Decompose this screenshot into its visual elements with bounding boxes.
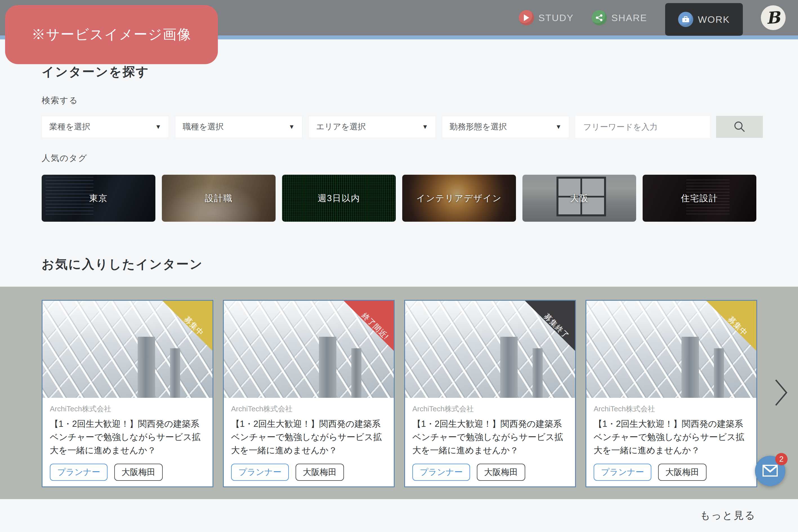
photo-pillar xyxy=(533,348,543,398)
favorites-title: お気に入りしたインターン xyxy=(42,256,757,272)
status-ribbon: 募集中 xyxy=(706,301,756,351)
service-image-badge: ※サービスイメージ画像 xyxy=(5,5,218,64)
area-select-value: エリアを選択 xyxy=(316,121,366,133)
internship-photo: 募集中 xyxy=(42,301,212,398)
company-name: ArchiTech株式会社 xyxy=(50,404,205,414)
workstyle-select[interactable]: 勤務形態を選択 ▼ xyxy=(442,116,569,138)
tag-tile-label: 大阪 xyxy=(570,192,589,204)
chat-button[interactable]: 2 xyxy=(755,456,785,486)
search-button[interactable] xyxy=(716,116,763,138)
service-image-badge-label: ※サービスイメージ画像 xyxy=(32,25,191,44)
popular-tags-row: 東京 設計職 週3日以内 インテリアデザイン 大阪 住宅設計 xyxy=(42,175,757,222)
internship-card[interactable]: 募集中 ArchiTech株式会社 【1・2回生大歓迎！】関西発の建築系ベンチャ… xyxy=(42,300,214,487)
company-name: ArchiTech株式会社 xyxy=(231,404,387,414)
favorites-band: 募集中 ArchiTech株式会社 【1・2回生大歓迎！】関西発の建築系ベンチャ… xyxy=(0,287,798,499)
see-more-link[interactable]: もっと見る xyxy=(700,509,756,532)
keyword-field-wrap xyxy=(575,116,710,138)
card-tags: プランナー 大阪梅田 xyxy=(594,464,749,481)
photo-pillar xyxy=(714,348,724,398)
nav-label: SHARE xyxy=(611,12,647,23)
tag-tile-osaka[interactable]: 大阪 xyxy=(522,175,636,222)
tag-tile-interior[interactable]: インテリアデザイン xyxy=(402,175,516,222)
card-body: ArchiTech株式会社 【1・2回生大歓迎！】関西発の建築系ベンチャーで勉強… xyxy=(42,398,212,488)
briefcase-icon xyxy=(678,12,693,27)
photo-pillar xyxy=(170,348,180,398)
logo-button[interactable]: B xyxy=(761,5,786,30)
next-cards-button[interactable] xyxy=(772,376,791,410)
keyword-input[interactable] xyxy=(575,116,710,138)
internship-photo: 募集終了 xyxy=(405,301,575,398)
card-body: ArchiTech株式会社 【1・2回生大歓迎！】関西発の建築系ベンチャーで勉強… xyxy=(405,398,575,488)
tag-pill-planner[interactable]: プランナー xyxy=(594,464,651,481)
nav-label: WORK xyxy=(698,14,730,25)
internship-title: 【1・2回生大歓迎！】関西発の建築系ベンチャーで勉強しながらサービス拡大を一緒に… xyxy=(594,417,749,457)
tag-tile-label: 東京 xyxy=(89,192,108,204)
photo-pillar xyxy=(351,348,361,398)
status-ribbon: 募集中 xyxy=(162,301,212,351)
dropdown-arrow-icon: ▼ xyxy=(422,123,428,131)
popular-tags-label: 人気のタグ xyxy=(42,152,757,164)
card-tags: プランナー 大阪梅田 xyxy=(412,464,568,481)
company-name: ArchiTech株式会社 xyxy=(412,404,568,414)
status-ribbon: 終了間近! xyxy=(344,301,394,351)
industry-select[interactable]: 業種を選択 ▼ xyxy=(42,116,169,138)
notification-badge: 2 xyxy=(775,453,787,465)
internship-title: 【1・2回生大歓迎！】関西発の建築系ベンチャーで勉強しながらサービス拡大を一緒に… xyxy=(231,417,387,457)
card-list: 募集中 ArchiTech株式会社 【1・2回生大歓迎！】関西発の建築系ベンチャ… xyxy=(42,300,798,487)
tag-tile-tokyo[interactable]: 東京 xyxy=(42,175,155,222)
company-name: ArchiTech株式会社 xyxy=(594,404,749,414)
main-content: インターンを探す 検索する 業種を選択 ▼ 職種を選択 ▼ エリアを選択 ▼ 勤… xyxy=(0,63,798,287)
nav-item-work[interactable]: WORK xyxy=(665,3,743,36)
internship-photo: 募集中 xyxy=(586,301,756,398)
page-title: インターンを探す xyxy=(42,63,757,80)
page: STUDY SHARE xyxy=(0,0,798,532)
tag-pill-location[interactable]: 大阪梅田 xyxy=(296,464,344,481)
tag-tile-3days[interactable]: 週3日以内 xyxy=(282,175,396,222)
dropdown-arrow-icon: ▼ xyxy=(289,123,295,131)
logo-mark: B xyxy=(766,7,781,27)
tag-tile-housing[interactable]: 住宅設計 xyxy=(643,175,756,222)
card-body: ArchiTech株式会社 【1・2回生大歓迎！】関西発の建築系ベンチャーで勉強… xyxy=(586,398,756,488)
search-icon xyxy=(733,120,746,134)
internship-title: 【1・2回生大歓迎！】関西発の建築系ベンチャーで勉強しながらサービス拡大を一緒に… xyxy=(50,417,205,457)
card-tags: プランナー 大阪梅田 xyxy=(50,464,205,481)
tag-pill-planner[interactable]: プランナー xyxy=(412,464,470,481)
main-nav: STUDY SHARE xyxy=(519,0,786,35)
footer-strip: もっと見る xyxy=(0,499,798,532)
photo-pillar xyxy=(500,337,518,398)
jobtype-select[interactable]: 職種を選択 ▼ xyxy=(175,116,302,138)
tag-tile-design-job[interactable]: 設計職 xyxy=(162,175,276,222)
tag-pill-planner[interactable]: プランナー xyxy=(231,464,289,481)
card-tags: プランナー 大阪梅田 xyxy=(231,464,387,481)
workstyle-select-value: 勤務形態を選択 xyxy=(449,121,507,133)
photo-pillar xyxy=(682,337,699,398)
nav-item-share[interactable]: SHARE xyxy=(592,10,647,25)
status-ribbon: 募集終了 xyxy=(525,301,575,351)
dropdown-arrow-icon: ▼ xyxy=(555,123,561,131)
tag-pill-location[interactable]: 大阪梅田 xyxy=(114,464,163,481)
area-select[interactable]: エリアを選択 ▼ xyxy=(309,116,436,138)
search-filters: 業種を選択 ▼ 職種を選択 ▼ エリアを選択 ▼ 勤務形態を選択 ▼ xyxy=(42,116,757,138)
card-body: ArchiTech株式会社 【1・2回生大歓迎！】関西発の建築系ベンチャーで勉強… xyxy=(224,398,394,488)
photo-pillar xyxy=(319,337,336,398)
status-ribbon-label: 募集終了 xyxy=(527,301,575,356)
status-ribbon-label: 終了間近! xyxy=(346,301,394,356)
tag-pill-location[interactable]: 大阪梅田 xyxy=(477,464,525,481)
tag-pill-planner[interactable]: プランナー xyxy=(50,464,108,481)
search-section-label: 検索する xyxy=(42,95,757,106)
internship-card[interactable]: 終了間近! ArchiTech株式会社 【1・2回生大歓迎！】関西発の建築系ベン… xyxy=(223,300,395,487)
industry-select-value: 業種を選択 xyxy=(49,121,90,133)
dropdown-arrow-icon: ▼ xyxy=(155,123,161,131)
tag-tile-label: 週3日以内 xyxy=(317,192,360,204)
internship-card[interactable]: 募集中 ArchiTech株式会社 【1・2回生大歓迎！】関西発の建築系ベンチャ… xyxy=(586,300,757,487)
tag-pill-location[interactable]: 大阪梅田 xyxy=(658,464,706,481)
nav-item-study[interactable]: STUDY xyxy=(519,10,574,25)
internship-title: 【1・2回生大歓迎！】関西発の建築系ベンチャーで勉強しながらサービス拡大を一緒に… xyxy=(412,417,568,457)
share-icon xyxy=(592,10,607,25)
chevron-right-icon xyxy=(774,403,788,407)
tag-tile-label: 設計職 xyxy=(205,192,233,204)
mail-icon xyxy=(763,465,778,477)
tag-tile-label: インテリアデザイン xyxy=(416,192,502,204)
internship-card[interactable]: 募集終了 ArchiTech株式会社 【1・2回生大歓迎！】関西発の建築系ベンチ… xyxy=(404,300,576,487)
internship-photo: 終了間近! xyxy=(224,301,394,398)
